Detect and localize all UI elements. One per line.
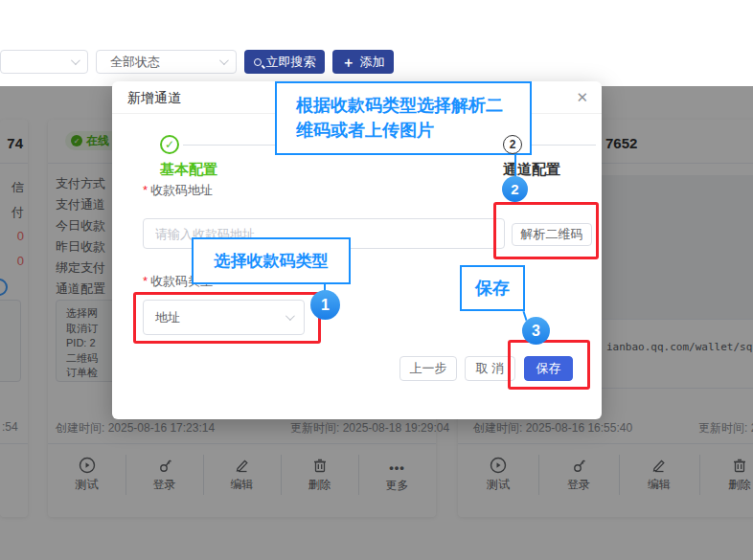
qr-type-select[interactable]: 地址: [143, 300, 305, 335]
step-badge-3: 3: [522, 317, 550, 345]
callout-connector: [514, 155, 516, 178]
required-mark: *: [143, 183, 148, 197]
add-channel-modal: 新增通道 ✕ ✓ 2 基本配置 通道配置 *收款码地址 解析二维码 *收款码类型…: [112, 81, 602, 419]
prev-step-button[interactable]: 上一步: [399, 356, 457, 381]
save-button[interactable]: 保存: [524, 356, 573, 381]
parse-qrcode-button[interactable]: 解析二维码: [512, 223, 592, 246]
qr-type-value: 地址: [155, 309, 180, 326]
step-badge-2: 2: [502, 176, 528, 202]
required-mark: *: [143, 274, 148, 288]
qr-address-label: *收款码地址: [143, 182, 213, 199]
parse-qrcode-label: 解析二维码: [521, 226, 583, 243]
toolbar: 全部状态 立即搜索 ＋ 添加: [0, 0, 753, 86]
step2-number-circle: 2: [503, 135, 522, 154]
screen: 全部状态 立即搜索 ＋ 添加 74 信 付 0 0 :54 ✓ 在线 支付方式 …: [0, 0, 753, 560]
prev-step-label: 上一步: [410, 360, 447, 377]
save-label: 保存: [536, 360, 561, 377]
plus-icon: ＋: [342, 56, 355, 69]
chevron-down-icon: [285, 311, 295, 321]
step-badge-1: 1: [310, 290, 340, 320]
modal-title: 新增通道: [127, 90, 181, 107]
callout-type-hint: 选择收款码类型: [192, 237, 351, 284]
filter-select-partial[interactable]: [0, 50, 88, 74]
status-filter-select[interactable]: 全部状态: [96, 50, 237, 74]
cancel-button[interactable]: 取 消: [465, 356, 515, 381]
add-button-label: 添加: [360, 54, 385, 71]
chevron-down-icon: [71, 56, 80, 65]
search-button-label: 立即搜索: [266, 54, 316, 71]
search-icon: [254, 58, 262, 66]
cancel-label: 取 消: [476, 360, 505, 377]
add-button[interactable]: ＋ 添加: [332, 50, 394, 74]
step1-label: 基本配置: [160, 161, 217, 179]
status-filter-value: 全部状态: [110, 54, 160, 71]
step1-check-icon: ✓: [160, 135, 179, 154]
search-button[interactable]: 立即搜索: [244, 50, 325, 74]
close-icon[interactable]: ✕: [576, 89, 588, 106]
chevron-down-icon: [219, 56, 229, 65]
callout-parse-hint: 根据收款码类型选择解析二 维码或者上传图片: [275, 81, 532, 155]
callout-save-hint: 保存: [460, 265, 525, 311]
